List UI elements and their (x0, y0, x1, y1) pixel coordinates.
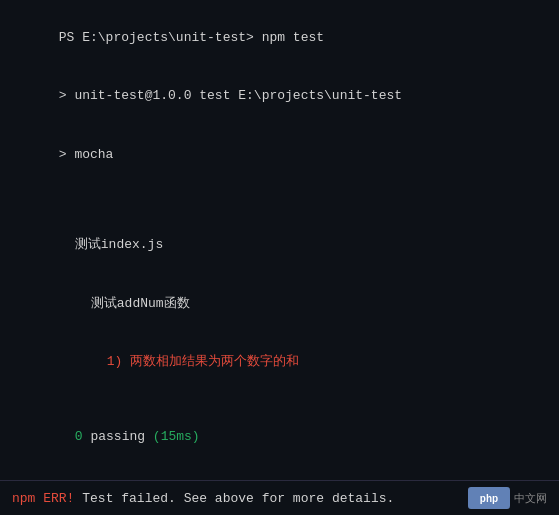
npm-error-section: npm ERR! Test failed. See above for more… (12, 491, 394, 506)
arrow-line-1: > unit-test@1.0.0 test E:\projects\unit-… (12, 67, 547, 126)
terminal-body: PS E:\projects\unit-test> npm test > uni… (0, 0, 559, 480)
blank-2 (12, 200, 547, 216)
test-sub-label: 测试addNum函数 (91, 296, 190, 311)
test-suite-header: 测试index.js (12, 216, 547, 275)
arrow-line-2-text: > mocha (59, 147, 114, 162)
test-suite-label: 测试index.js (75, 237, 163, 252)
passing-word: passing (90, 429, 152, 444)
test-case-fail-label: 1) 两数相加结果为两个数字的和 (107, 354, 299, 369)
php-badge: php 中文网 (468, 487, 547, 509)
bottom-bar: npm ERR! Test failed. See above for more… (0, 480, 559, 515)
arrow-line-2: > mocha (12, 125, 547, 184)
php-label: php (480, 493, 498, 504)
test-case-fail: 1) 两数相加结果为两个数字的和 (12, 333, 547, 392)
failing-line: 1 failing (12, 466, 547, 481)
site-label: 中文网 (514, 491, 547, 506)
blank-3 (12, 391, 547, 407)
test-sub-header: 测试addNum函数 (12, 274, 547, 333)
passing-time: (15ms) (153, 429, 200, 444)
npm-err-label: npm ERR! (12, 491, 74, 506)
terminal-window: PS E:\projects\unit-test> npm test > uni… (0, 0, 559, 515)
passing-num: 0 (75, 429, 91, 444)
blank-1 (12, 184, 547, 200)
npm-error-text: Test failed. See above for more details. (82, 491, 394, 506)
passing-line: 0 passing (15ms) (12, 407, 547, 466)
prompt-line: PS E:\projects\unit-test> npm test (12, 8, 547, 67)
prompt-text: PS E:\projects\unit-test> npm test (59, 30, 324, 45)
php-logo: php (468, 487, 510, 509)
arrow-line-1-text: > unit-test@1.0.0 test E:\projects\unit-… (59, 88, 402, 103)
